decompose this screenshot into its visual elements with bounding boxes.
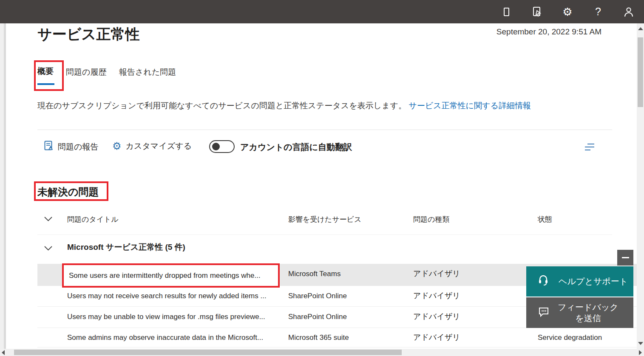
intro-description: 現在のサブスクリプションで利用可能なすべてのサービスの問題と正常性ステータスを表… [37, 101, 406, 110]
row-issue-type: アドバイザリ [413, 311, 460, 322]
left-gutter [0, 23, 4, 349]
report-issue-label: 問題の報告 [58, 141, 98, 153]
group-chevron-icon[interactable] [44, 245, 52, 252]
table-row[interactable]: Some admins may observe inaccurate data … [37, 328, 637, 348]
table-header-divider [37, 235, 612, 235]
intro-text: 現在のサブスクリプションで利用可能なすべてのサービスの問題と正常性ステータスを表… [37, 100, 590, 111]
group-label[interactable]: Microsoft サービス正常性 (5 件) [67, 242, 185, 253]
send-feedback-button[interactable]: フィードバック を送信 [526, 297, 633, 328]
vertical-scrollbar-thumb[interactable] [638, 37, 643, 107]
row-service: SharePoint Online [288, 313, 347, 321]
row-status: Service degradation [538, 333, 602, 342]
row-title: Users may be unable to view images for .… [67, 313, 265, 321]
scroll-left-icon[interactable] [2, 350, 5, 355]
header-chevron-icon[interactable] [44, 215, 52, 223]
horizontal-scrollbar-thumb[interactable] [14, 350, 402, 355]
toggle-knob [212, 143, 220, 150]
report-issue-icon [44, 141, 54, 153]
tab-issue-history[interactable]: 問題の履歴 [66, 67, 106, 78]
left-gutter-divider [4, 23, 6, 349]
row-title: Some users are intermittently dropped fr… [69, 271, 261, 280]
col-header-issue-type[interactable]: 問題の種類 [413, 215, 449, 224]
col-header-status[interactable]: 状態 [538, 215, 552, 224]
scroll-down-icon[interactable] [638, 342, 643, 345]
page-timestamp: September 20, 2022 9:51 AM [496, 27, 601, 37]
headset-icon [538, 275, 548, 288]
minimize-help-button[interactable] [617, 250, 633, 266]
horizontal-scrollbar[interactable] [0, 349, 644, 356]
customize-button[interactable]: ⚙ カスタマイズする [112, 141, 192, 152]
row-service: SharePoint Online [288, 292, 347, 300]
open-issues-heading: 未解決の問題 [37, 185, 99, 199]
tab-reported-issues[interactable]: 報告された問題 [119, 67, 176, 78]
section-divider [37, 130, 612, 130]
row-service: Microsoft 365 suite [288, 333, 349, 342]
customize-label: カスタマイズする [126, 141, 192, 152]
settings-gear-icon[interactable]: ⚙ [552, 0, 583, 23]
mobile-device-icon[interactable] [491, 0, 522, 23]
topbar-icon-group: ⚙ ? [491, 0, 644, 23]
filter-icon[interactable] [585, 144, 594, 150]
service-health-details-link[interactable]: サービス正常性に関する詳細情報 [409, 101, 531, 110]
selected-tab-underline [37, 83, 54, 85]
vertical-scrollbar[interactable] [637, 23, 644, 349]
row-issue-type: アドバイザリ [413, 291, 460, 301]
tab-overview[interactable]: 概要 [37, 66, 54, 77]
col-header-issue-title[interactable]: 問題のタイトル [67, 215, 119, 224]
send-feedback-label: フィードバック を送信 [558, 302, 618, 324]
row-service: Microsoft Teams [288, 270, 340, 278]
row-title: Users may not receive search results for… [67, 292, 267, 300]
help-support-label: ヘルプとサポート [559, 276, 628, 287]
service-health-page: ⚙ ? サービス正常性 September 20, 2022 9:51 AM 概… [0, 0, 644, 356]
row-issue-type: アドバイザリ [413, 332, 460, 342]
scroll-up-icon[interactable] [638, 27, 643, 30]
report-issue-button[interactable]: 問題の報告 [44, 141, 98, 153]
help-icon[interactable]: ? [583, 0, 613, 23]
whats-new-icon[interactable] [522, 0, 552, 23]
page-title: サービス正常性 [37, 25, 139, 44]
minus-icon [622, 257, 629, 258]
scroll-right-icon[interactable] [639, 350, 642, 355]
auto-translate-toggle[interactable] [209, 140, 235, 153]
customize-gear-icon: ⚙ [112, 141, 122, 151]
feedback-bubble-icon [538, 306, 549, 319]
help-support-button[interactable]: ヘルプとサポート [526, 266, 633, 297]
row-title: Some admins may observe inaccurate data … [67, 333, 263, 342]
auto-translate-label: アカウントの言語に自動翻訳 [240, 141, 352, 153]
row-issue-type: アドバイザリ [413, 268, 460, 279]
account-icon[interactable] [613, 0, 644, 23]
col-header-affected-service[interactable]: 影響を受けたサービス [288, 215, 361, 224]
annotation-box-row-title[interactable]: Some users are intermittently dropped fr… [62, 263, 280, 288]
